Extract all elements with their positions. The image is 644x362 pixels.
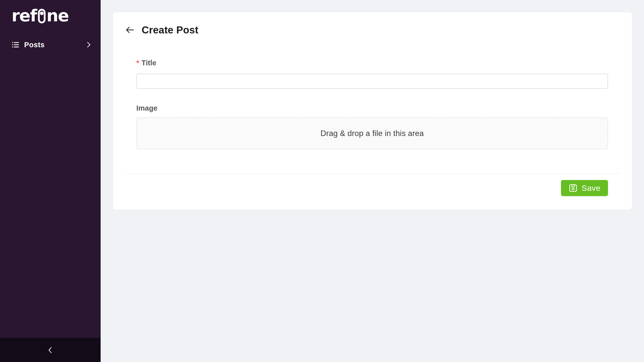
footer-divider xyxy=(125,173,620,174)
page-title: Create Post xyxy=(142,24,198,36)
image-dropzone[interactable]: Drag & drop a file in this area xyxy=(136,117,608,149)
logo-text-left: ref xyxy=(12,5,37,27)
sidebar-collapse-trigger[interactable] xyxy=(0,338,101,362)
save-button-label: Save xyxy=(582,184,600,193)
page-header: Create Post xyxy=(125,23,620,37)
image-field-label: Image xyxy=(136,104,608,112)
card-footer: Save xyxy=(125,180,608,196)
title-label-text: Title xyxy=(141,59,156,67)
logo-text-right: ne xyxy=(47,5,69,27)
sidebar: ref ne Posts xyxy=(0,0,101,362)
sidebar-menu: Posts xyxy=(0,38,101,52)
create-post-card: Create Post * Title Image Drag & drop a … xyxy=(113,12,632,210)
title-field-label: * Title xyxy=(136,59,608,67)
unordered-list-icon xyxy=(12,41,19,49)
logo-toggle-dot xyxy=(40,12,44,15)
floppy-disk-icon xyxy=(569,184,578,193)
main-content: Create Post * Title Image Drag & drop a … xyxy=(101,0,644,210)
sidebar-item-label: Posts xyxy=(24,41,45,49)
back-button[interactable] xyxy=(125,25,135,35)
logo-toggle-i-icon xyxy=(38,9,46,23)
chevron-left-icon xyxy=(47,346,54,354)
required-asterisk: * xyxy=(136,59,139,67)
create-post-form: * Title Image Drag & drop a file in this… xyxy=(136,59,608,149)
arrow-left-icon xyxy=(125,25,135,35)
chevron-right-icon xyxy=(85,41,92,48)
dropzone-text: Drag & drop a file in this area xyxy=(320,129,424,138)
image-label-text: Image xyxy=(136,104,157,112)
save-button[interactable]: Save xyxy=(561,180,608,196)
title-input[interactable] xyxy=(136,74,608,89)
sidebar-item-posts[interactable]: Posts xyxy=(0,38,101,52)
refine-logo: ref ne xyxy=(12,5,101,27)
